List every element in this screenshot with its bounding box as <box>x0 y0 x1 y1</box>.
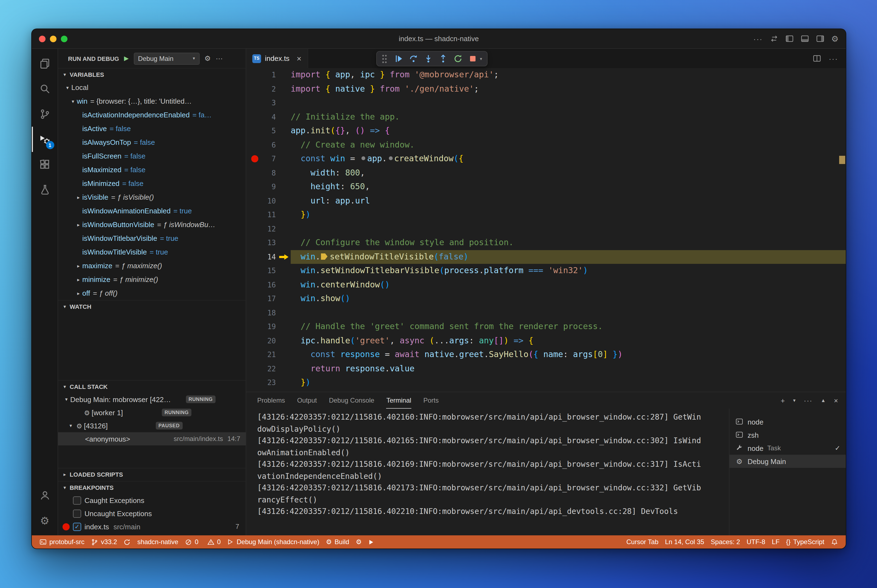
code-text[interactable]: }) <box>291 208 846 222</box>
start-debugging-icon[interactable]: ▶ <box>124 55 129 62</box>
variable-row[interactable]: isWindowTitlebarVisible = true <box>58 231 246 245</box>
status-cursor-tab-item[interactable]: Cursor Tab <box>623 536 662 549</box>
panel-tab[interactable]: Terminal <box>387 392 411 409</box>
toolbar-drag-handle[interactable] <box>382 54 387 63</box>
code-text[interactable]: }) <box>291 376 846 390</box>
gutter[interactable]: 2 <box>246 82 291 96</box>
variable-row[interactable]: ▾ Local <box>58 81 246 94</box>
variable-row[interactable]: ▸ isVisible = ƒ isVisible() <box>58 190 246 204</box>
code-text[interactable]: return response.value <box>291 362 846 376</box>
activitybar-explorer[interactable] <box>31 51 58 76</box>
code-text[interactable]: height: 650, <box>291 180 846 194</box>
code-line[interactable]: 9 height: 650, <box>246 180 846 194</box>
terminal-session-debug-main[interactable]: ⚙ Debug Main <box>730 455 846 468</box>
panel-more-actions-icon[interactable]: ··· <box>804 396 813 405</box>
code-line[interactable]: 4// Initialize the app. <box>246 110 846 124</box>
code-text[interactable]: width: 800, <box>291 166 846 180</box>
step-out-button[interactable] <box>439 54 448 63</box>
code-line[interactable]: 5app.init({}, () => { <box>246 124 846 138</box>
gutter[interactable]: 20 <box>246 334 291 348</box>
status-debug-config-item[interactable]: Debug Main (shadcn-native) <box>224 536 323 549</box>
status-branch-item[interactable]: v33.2 <box>88 536 120 549</box>
variable-row[interactable]: isActive = false <box>58 122 246 135</box>
code-text[interactable]: const win = app.createWindow({ <box>291 152 846 166</box>
step-over-button[interactable] <box>409 54 418 63</box>
gutter[interactable]: 9 <box>246 180 291 194</box>
gutter[interactable]: 17 <box>246 292 291 306</box>
minimize-button[interactable] <box>50 35 57 42</box>
activitybar-source-control[interactable] <box>31 102 58 127</box>
call-stack-section-header[interactable]: ▾ CALL STACK <box>58 380 246 393</box>
code-text[interactable]: const response = await native.greet.SayH… <box>291 348 846 362</box>
debug-more-actions-icon[interactable]: ··· <box>216 55 223 62</box>
code-line[interactable]: 19 // Handle the 'greet' command sent fr… <box>246 320 846 334</box>
variable-row[interactable]: ▾ win = {browser: {…}, title: 'Untitled… <box>58 94 246 108</box>
code-line[interactable]: 18 <box>246 306 846 320</box>
call-stack-row[interactable]: [worker 1] RUNNING <box>58 406 246 419</box>
code-line[interactable]: 13 // Configure the window style and pos… <box>246 236 846 250</box>
breakpoint-row[interactable]: Uncaught Exceptions <box>58 507 246 520</box>
debug-settings-gear-icon[interactable]: ⚙ <box>204 55 211 62</box>
watch-section-header[interactable]: ▾ WATCH <box>58 300 246 313</box>
terminal-session-node-task[interactable]: node Task ✓ <box>730 441 846 455</box>
status-workspace-item[interactable]: shadcn-native <box>134 536 181 549</box>
status-eol-item[interactable]: LF <box>769 536 783 549</box>
close-panel-icon[interactable]: × <box>834 396 838 405</box>
titlebar[interactable]: index.ts — shadcn-native ··· ⚙ <box>32 29 846 49</box>
gutter[interactable]: 12 <box>246 222 291 236</box>
code-line[interactable]: 14 win.setWindowTitleVisible(false) <box>246 250 846 264</box>
code-text[interactable]: url: app.url <box>291 194 846 208</box>
activitybar-extensions[interactable] <box>31 152 58 177</box>
gutter[interactable]: 4 <box>246 110 291 124</box>
status-position-item[interactable]: Ln 14, Col 35 <box>662 536 708 549</box>
call-stack-row[interactable]: ▾ Debug Main: mobrowser [422… RUNNING <box>58 393 246 406</box>
code-line[interactable]: 1import { app, ipc } from '@mobrowser/ap… <box>246 68 846 82</box>
gutter[interactable]: 3 <box>246 96 291 110</box>
variable-row[interactable]: isMinimized = false <box>58 177 246 190</box>
toggle-panel-icon[interactable] <box>801 34 809 43</box>
code-line[interactable]: 16 win.centerWindow() <box>246 278 846 292</box>
variables-section-header[interactable]: ▾ VARIABLES <box>58 68 246 81</box>
panel-tab[interactable]: Debug Console <box>329 392 374 409</box>
loaded-scripts-section-header[interactable]: ▸ LOADED SCRIPTS <box>58 468 246 480</box>
panel-tab[interactable]: Problems <box>257 392 285 409</box>
breakpoint-row[interactable]: Caught Exceptions <box>58 494 246 507</box>
variable-row[interactable]: isMaximized = false <box>58 163 246 177</box>
step-into-button[interactable] <box>424 54 433 63</box>
gutter[interactable]: 21 <box>246 348 291 362</box>
code-line[interactable]: 12 <box>246 222 846 236</box>
status-indent-item[interactable]: Spaces: 2 <box>708 536 744 549</box>
code-line[interactable]: 20 ipc.handle('greet', async (...args: a… <box>246 334 846 348</box>
gutter[interactable]: 1 <box>246 68 291 82</box>
breakpoint-checkbox[interactable] <box>73 496 81 504</box>
status-notifications-button[interactable] <box>828 536 841 549</box>
code-text[interactable] <box>291 222 846 236</box>
maximize-panel-icon[interactable]: ▲ <box>821 398 826 403</box>
status-gear-button[interactable]: ⚙ <box>352 536 365 549</box>
code-line[interactable]: 22 return response.value <box>246 362 846 376</box>
code-line[interactable]: 21 const response = await native.greet.S… <box>246 348 846 362</box>
code-text[interactable]: import { native } from './gen/native'; <box>291 82 846 96</box>
gutter[interactable]: 18 <box>246 306 291 320</box>
variable-row[interactable]: isWindowAnimationEnabled = true <box>58 204 246 218</box>
variable-row[interactable]: isAlwaysOnTop = false <box>58 135 246 149</box>
zoom-button[interactable] <box>61 35 67 42</box>
variable-row[interactable]: ▸ off = ƒ off() <box>58 286 246 300</box>
code-line[interactable]: 10 url: app.url <box>246 194 846 208</box>
variable-row[interactable]: isFullScreen = false <box>58 149 246 163</box>
breakpoint-row[interactable]: index.ts src/main 7 <box>58 520 246 533</box>
toggle-sidebar-left-icon[interactable] <box>785 34 793 43</box>
panel-tab[interactable]: Output <box>297 392 317 409</box>
restart-button[interactable] <box>454 54 462 63</box>
panel-tab[interactable]: Ports <box>423 392 439 409</box>
gutter[interactable]: 19 <box>246 320 291 334</box>
gutter[interactable]: 23 <box>246 376 291 390</box>
code-text[interactable]: // Handle the 'greet' command sent from … <box>291 320 846 334</box>
tab-close-icon[interactable]: × <box>297 54 302 63</box>
activitybar-settings[interactable]: ⚙ <box>31 508 58 533</box>
editor-more-actions-icon[interactable]: ··· <box>829 54 838 63</box>
status-encoding-item[interactable]: UTF-8 <box>744 536 769 549</box>
variable-row[interactable]: ▸ maximize = ƒ maximize() <box>58 259 246 273</box>
call-stack-row[interactable]: <anonymous> src/main/index.ts 14:7 <box>58 432 246 446</box>
code-text[interactable]: ipc.handle('greet', async (...args: any[… <box>291 334 846 348</box>
